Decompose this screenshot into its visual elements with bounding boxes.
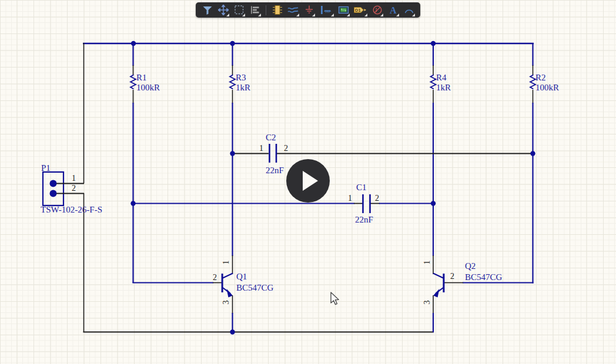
c2-pin-number-2: 2 [284,144,288,153]
c1-pin-number-2: 2 [375,194,379,203]
toolbar-divider [266,5,266,15]
c1-value[interactable]: 22nF [355,215,373,224]
junction-dots [130,41,535,335]
component-glyph [272,5,283,15]
r3-designator[interactable]: R3 [236,73,246,82]
probe-icon[interactable] [319,4,334,16]
emitter-arrow [227,289,233,298]
c2-pin-number-1: 1 [259,144,263,153]
r3-value[interactable]: 1kR [236,83,250,92]
c1-designator[interactable]: C1 [356,183,367,192]
dropdown-caret [331,14,334,16]
q2-part-number[interactable]: BC547CG [465,273,502,282]
c1-pin-number-1: 1 [348,194,352,203]
capacitor-C1-symbol[interactable] [363,194,370,213]
dropdown-caret [312,14,315,16]
gnd-port-icon[interactable] [303,4,315,16]
move-icon[interactable] [217,4,229,16]
place-part-icon[interactable] [271,4,283,16]
p1-pin-number-2: 2 [72,184,76,193]
capacitor-C2-symbol[interactable] [270,144,277,163]
p1-designator[interactable]: P1 [41,164,51,173]
p1-part-number[interactable]: TSW-102-26-F-S [41,205,102,214]
place-wire-icon[interactable] [287,4,299,16]
q1-designator[interactable]: Q1 [236,272,247,281]
q1-part-number[interactable]: BC547CG [236,284,273,292]
emitter-arrow [433,289,440,298]
p1-pin-number-1: 1 [72,174,76,183]
r4-designator[interactable]: R4 [436,73,447,82]
dropdown-caret [396,14,399,16]
dropdown-caret [347,14,350,16]
q2-pin-number-2: 2 [450,272,454,281]
video-play-button[interactable] [286,159,330,203]
dropdown-caret [380,14,383,16]
q1-pin-number-1: 1 [222,258,230,267]
r2-value[interactable]: 100kR [535,83,559,92]
c2-value[interactable]: 22nF [266,166,284,175]
q2-designator[interactable]: Q2 [465,262,476,271]
resistor-R3-symbol[interactable] [230,43,235,256]
dropdown-caret [364,14,367,16]
transistor-Q2-symbol[interactable] [433,255,444,332]
dropdown-caret [242,14,245,16]
resistor-zigzag [530,75,535,89]
resistor-zigzag [431,75,436,89]
text-string-icon[interactable]: A [387,4,399,16]
filter-icon[interactable] [201,4,213,16]
resistor-zigzag [230,75,235,89]
select-rect-icon[interactable] [233,4,245,16]
resistor-R1-symbol[interactable] [130,43,136,283]
schematic-canvas[interactable]: P1 TSW-102-26-F-S 1 2 R1 100kR R3 1kR R4… [0,0,616,364]
dropdown-caret [258,14,261,16]
q1-pin-number-3: 3 [222,298,230,306]
dropdown-caret [412,14,415,16]
r4-value[interactable]: 1kR [436,83,451,92]
q2-pin-number-3: 3 [423,298,431,306]
transistor-Q1-symbol[interactable] [222,255,233,332]
r1-designator[interactable]: R1 [136,73,147,82]
align-icon[interactable] [249,4,261,16]
text-a-letter: A [390,5,397,15]
c2-designator[interactable]: C2 [266,133,276,142]
dropdown-caret [226,14,229,16]
q1-pin-number-2: 2 [213,274,217,282]
arc-icon[interactable] [403,4,415,16]
q2-pin-number-1: 1 [423,258,431,267]
resistor-zigzag [130,75,136,89]
sheet-symbol-icon[interactable] [337,4,350,16]
r1-value[interactable]: 100kR [136,83,160,92]
connector-P1-symbol[interactable] [43,172,84,205]
dropdown-caret [296,14,299,16]
net-label-text: D1 [355,8,361,13]
no-erc-icon[interactable] [371,4,383,16]
funnel-glyph [202,5,213,15]
net-label-icon[interactable]: D1 [353,4,367,16]
resistor-R4-symbol[interactable] [431,43,436,256]
mouse-cursor arrow-pointer-icon [330,292,340,307]
play-icon [303,171,318,191]
floating-toolbar: D1 A [196,2,420,18]
r2-designator[interactable]: R2 [535,73,546,82]
resistor-R2-symbol[interactable] [530,43,535,284]
